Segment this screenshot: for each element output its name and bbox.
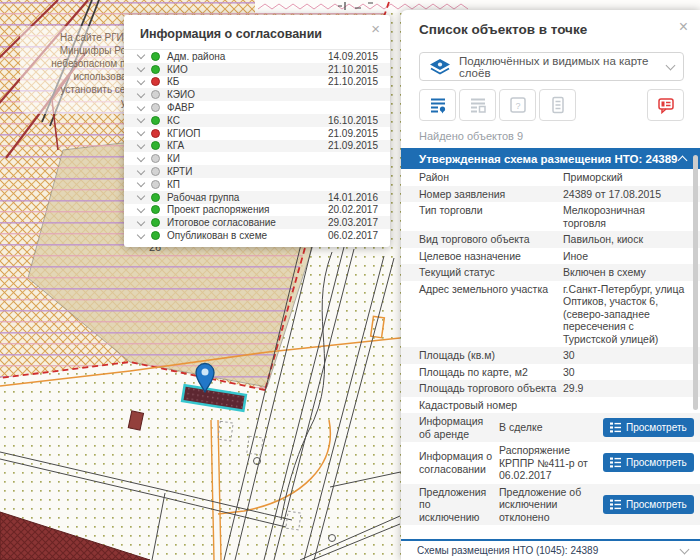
status-dot [151,180,160,189]
chevron-down-icon[interactable] [137,166,145,174]
field-row: Информация о согласовании Распоряжение К… [401,442,700,484]
accordion-title: Утвержденная схема размещения НТО: 24389 [419,153,679,165]
status-dot [151,154,160,163]
status-dot [151,52,160,61]
found-objects-text: Найдено объектов 9 [419,130,682,142]
approval-row[interactable]: КГА21.09.2015 [124,140,390,153]
status-dot [151,141,160,150]
view-button[interactable]: Просмотреть [603,418,694,437]
chevron-down-icon[interactable] [137,51,145,59]
notice-line: установить сер [26,83,131,96]
accordion-header-nto[interactable]: Утвержденная схема размещения НТО: 24389 [401,148,700,169]
approval-popup-header: Информация о согласовании × [124,15,390,50]
document-icon [549,96,567,114]
chevron-down-icon[interactable] [137,230,145,238]
report-button[interactable] [539,89,576,121]
details-icon [610,499,621,510]
approval-row[interactable]: КЭИО [124,88,390,101]
approval-row[interactable]: КИ [124,152,390,165]
chevron-down-icon [666,60,676,70]
chevron-down-icon[interactable] [137,77,145,85]
field-row: Текущий статусВключен в схему [401,264,700,281]
status-dot [151,129,160,138]
layers-icon [429,59,451,75]
chevron-down-icon[interactable] [137,102,145,110]
view-button[interactable]: Просмотреть [603,495,694,514]
field-row: Тип торговлиМелкорозничная торговля [401,202,700,231]
chevron-up-icon[interactable] [678,155,688,165]
question-box-icon: ? [509,96,527,114]
chevron-down-icon[interactable] [137,90,145,98]
field-row: Информация об аренде В сделке Просмотрет… [401,413,700,442]
notice-line: На сайте РГИС [26,31,131,44]
status-dot [151,90,160,99]
details-icon [610,457,621,468]
view-button[interactable]: Просмотреть [603,453,694,472]
list-area-button[interactable] [459,89,496,121]
list-marker-icon [429,96,447,114]
chevron-down-icon[interactable] [137,141,145,149]
chevron-down-icon[interactable] [137,218,145,226]
field-row: Площадь (кв.м)30 [401,347,700,364]
field-row: Целевое назначениеИное [401,248,700,265]
notice-line: использоват [26,70,131,83]
section-header-schemes[interactable]: Схемы размещения НТО (1045): 24389 [401,541,700,560]
status-dot [151,103,160,112]
chevron-down-icon[interactable] [137,179,145,187]
status-dot [151,218,160,227]
field-row: Адрес земельного участкаг.Санкт-Петербур… [401,281,700,348]
approval-info-popup: Информация о согласовании × Адм. района1… [124,15,390,247]
browser-notice: На сайте РГИС Минцифры Рос небезопасном … [20,26,133,114]
approval-row[interactable]: Итоговое согласование29.03.2017 [124,216,390,229]
details-icon [610,422,621,433]
chevron-down-icon[interactable] [137,128,145,136]
layer-filter-select[interactable]: Подключённых и видимых на карте слоёв [419,52,684,81]
chevron-down-icon[interactable] [137,154,145,162]
status-dot [151,116,160,125]
approval-row[interactable]: Адм. района14.09.2015 [124,50,390,63]
approval-rows: Адм. района14.09.2015 КИО21.10.2015 КБ21… [124,50,390,242]
field-row: Номер заявления24389 от 17.08.2015 [401,186,700,203]
notice-line: ус [26,96,131,109]
approval-row[interactable]: КРТИ [124,165,390,178]
approval-row[interactable]: ФАВР [124,101,390,114]
approval-row[interactable]: КИО21.10.2015 [124,63,390,76]
objects-panel-header: Список объектов в точке × [401,10,700,44]
approval-row[interactable]: Проект распоряжения20.02.2017 [124,204,390,217]
feedback-icon [657,96,675,114]
field-row: Кадастровый номер [401,397,700,414]
field-row: Вид торгового объектаПавильон, киоск [401,231,700,248]
scrollbar[interactable] [693,155,698,410]
objects-panel-title: Список объектов в точке [419,22,587,37]
notice-line: Минцифры Рос [26,44,131,57]
status-dot [151,65,160,74]
notice-line: небезопасном по [26,57,131,70]
field-row: Площадь торгового объекта29.9 [401,380,700,397]
close-icon[interactable]: × [679,18,688,36]
approval-row[interactable]: Опубликован в схеме06.02.2017 [124,229,390,242]
approval-popup-title: Информация о согласовании [140,27,322,41]
status-dot [151,77,160,86]
status-dot [151,167,160,176]
list-area-icon [469,96,487,114]
approval-row[interactable]: КБ21.10.2015 [124,76,390,89]
chevron-down-icon[interactable] [137,192,145,200]
approval-row[interactable]: КС16.10.2015 [124,114,390,127]
list-marker-button[interactable] [419,89,456,121]
feedback-button[interactable] [647,89,684,121]
objects-panel: Список объектов в точке × Подключённых и… [401,10,700,560]
layer-sections: Схемы размещения НТО (1045): 24389 Админ… [401,539,700,560]
chevron-down-icon[interactable] [137,205,145,213]
field-row: Площадь по карте, м230 [401,364,700,381]
approval-row[interactable]: КП [124,178,390,191]
status-dot [151,231,160,240]
svg-text:?: ? [515,101,520,111]
help-button[interactable]: ? [499,89,536,121]
chevron-down-icon[interactable] [137,64,145,72]
close-icon[interactable]: × [371,21,380,36]
approval-row[interactable]: Рабочая группа14.01.2016 [124,191,390,204]
panel-toolbar: ? [419,89,684,121]
approval-row[interactable]: КГИОП21.09.2015 [124,127,390,140]
chevron-down-icon[interactable] [137,115,145,123]
status-dot [151,193,160,202]
